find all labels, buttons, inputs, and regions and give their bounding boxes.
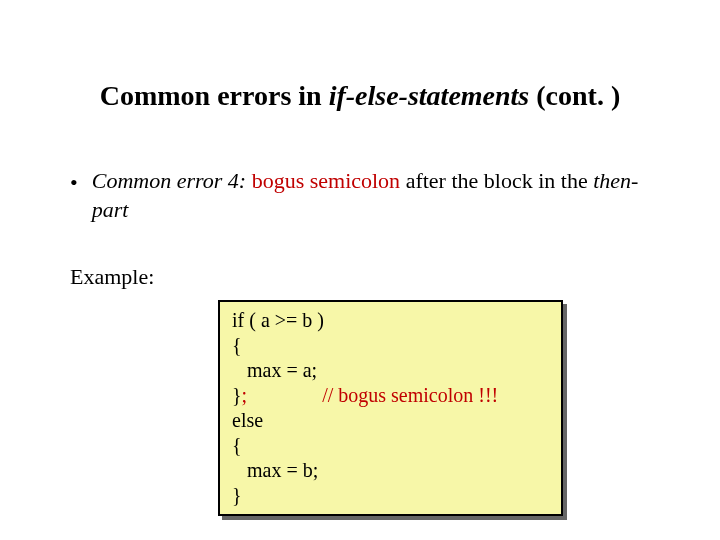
code-l4-gap bbox=[247, 384, 322, 406]
bullet-mid: in the bbox=[533, 168, 594, 193]
title-post: (cont. ) bbox=[529, 80, 620, 111]
slide: Common errors in if-else-statements (con… bbox=[0, 0, 720, 540]
bullet-block-word: block bbox=[484, 168, 533, 193]
bullet-item: • Common error 4: bogus semicolon after … bbox=[70, 167, 660, 224]
example-label: Example: bbox=[70, 264, 660, 290]
title-pre: Common errors in bbox=[100, 80, 329, 111]
bullet-lead-in: Common error 4: bbox=[92, 168, 246, 193]
code-line-7: max = b; bbox=[232, 458, 549, 483]
code-line-5: else bbox=[232, 408, 549, 433]
code-line-6: { bbox=[232, 433, 549, 458]
slide-title: Common errors in if-else-statements (con… bbox=[60, 80, 660, 112]
code-box: if ( a >= b ) { max = a; }; // bogus sem… bbox=[218, 300, 563, 516]
code-line-3: max = a; bbox=[232, 358, 549, 383]
code-line-4: }; // bogus semicolon !!! bbox=[232, 383, 549, 408]
bullet-red-text: bogus semicolon bbox=[252, 168, 401, 193]
bullet-dot: • bbox=[70, 169, 78, 198]
title-italic: if-else-statements bbox=[329, 80, 530, 111]
code-l4-comment: // bogus semicolon !!! bbox=[322, 384, 498, 406]
bullet-text: Common error 4: bogus semicolon after th… bbox=[92, 167, 660, 224]
code-line-8: } bbox=[232, 483, 549, 508]
bullet-space2: after the bbox=[400, 168, 484, 193]
code-l4-brace: } bbox=[232, 384, 242, 406]
code-line-2: { bbox=[232, 333, 549, 358]
code-line-1: if ( a >= b ) bbox=[232, 308, 549, 333]
